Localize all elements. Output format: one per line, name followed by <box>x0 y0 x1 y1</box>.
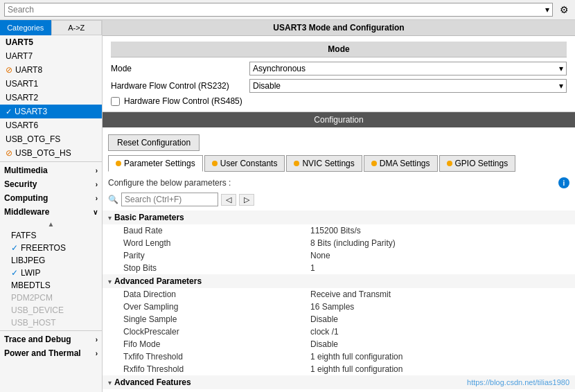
config-title: Configuration <box>103 112 575 127</box>
dropdown-arrow-icon2: ▾ <box>559 81 563 91</box>
sidebar-group-middleware[interactable]: Middleware ∨ <box>0 205 102 219</box>
sidebar-list: UART5 UART7 ⊘UART8 USART1 USART2 ✓USART3… <box>0 35 102 392</box>
collapse-icon1: ▾ <box>108 214 112 222</box>
sidebar-item-lwip[interactable]: LWIP <box>6 267 102 279</box>
search-input[interactable] <box>8 5 545 15</box>
parameter-tabs: Parameter Settings User Constants NVIC S… <box>103 155 575 175</box>
param-parity-label: Parity <box>103 251 310 260</box>
param-clockprescaler: ClockPrescaler clock /1 <box>103 326 575 338</box>
divider1 <box>0 161 102 162</box>
crossed-icon2: ⊘ <box>6 148 12 158</box>
tab-nvic-settings[interactable]: NVIC Settings <box>286 155 362 172</box>
middleware-items: FATFS FREERTOS LIBJPEG LWIP MBEDTLS PDM2… <box>0 229 102 329</box>
group-advanced-parameters[interactable]: ▾ Advanced Parameters <box>103 274 575 288</box>
param-single-sample-label: Single Sample <box>103 314 310 324</box>
tab-dma-settings[interactable]: DMA Settings <box>364 155 438 172</box>
tab-categories[interactable]: Categories <box>0 20 51 35</box>
dot-icon4 <box>371 161 377 166</box>
sidebar-item-uart5[interactable]: UART5 <box>0 35 102 49</box>
reset-configuration-button[interactable]: Reset Configuration <box>108 134 200 151</box>
sidebar: Categories A->Z UART5 UART7 ⊘UART8 USART… <box>0 20 103 392</box>
tab-az[interactable]: A->Z <box>51 20 103 35</box>
sidebar-item-freertos[interactable]: FREERTOS <box>6 242 102 254</box>
param-single-sample: Single Sample Disable <box>103 313 575 326</box>
sidebar-item-usart3[interactable]: ✓USART3 <box>0 105 102 118</box>
info-icon: i <box>558 177 569 188</box>
page-title: USART3 Mode and Configuration <box>103 20 575 36</box>
sidebar-item-uart7[interactable]: UART7 <box>0 49 102 63</box>
param-stop-bits-label: Stop Bits <box>103 263 310 273</box>
param-clockprescaler-label: ClockPrescaler <box>103 327 310 337</box>
param-clockprescaler-value: clock /1 <box>310 327 575 337</box>
tab-parameter-settings[interactable]: Parameter Settings <box>108 155 203 172</box>
search-param-input[interactable] <box>121 193 218 206</box>
group-advanced-features-label: Advanced Features <box>114 377 191 387</box>
sidebar-tabs: Categories A->Z <box>0 20 102 35</box>
arrow-icon2: › <box>96 181 98 188</box>
group-basic-parameters[interactable]: ▾ Basic Parameters <box>103 211 575 224</box>
content-area: USART3 Mode and Configuration Mode Mode … <box>103 20 575 392</box>
hwflow-rs485-checkbox[interactable] <box>111 97 120 106</box>
search-dropdown-icon: ▾ <box>545 5 549 15</box>
mode-row-hwflow-rs485: Hardware Flow Control (RS485) <box>111 96 567 106</box>
mode-select-asynchronous[interactable]: Asynchronous ▾ <box>249 62 567 75</box>
sidebar-item-pdm2pcm: PDM2PCM <box>6 292 102 304</box>
hwflow-rs485-label: Hardware Flow Control (RS485) <box>124 96 242 106</box>
sidebar-item-usb-otg-hs[interactable]: ⊘USB_OTG_HS <box>0 146 102 160</box>
sidebar-item-usb-otg-fs[interactable]: USB_OTG_FS <box>0 132 102 146</box>
sidebar-item-usb-host: USB_HOST <box>6 317 102 329</box>
sidebar-item-uart8[interactable]: ⊘UART8 <box>0 63 102 77</box>
sidebar-item-libjpeg[interactable]: LIBJPEG <box>6 254 102 267</box>
param-single-sample-value: Disable <box>310 314 575 324</box>
arrow-icon5: › <box>96 336 98 344</box>
arrow-icon3: › <box>96 195 98 202</box>
hwflow-rs232-label: Hardware Flow Control (RS232) <box>111 81 249 91</box>
gear-button[interactable]: ⚙ <box>557 3 571 17</box>
group-basic-parameters-label: Basic Parameters <box>114 213 184 222</box>
scroll-up-indicator[interactable]: ▲ <box>0 219 102 229</box>
sidebar-item-usart2[interactable]: USART2 <box>0 91 102 105</box>
param-fifo-mode-label: Fifo Mode <box>103 339 310 349</box>
sidebar-item-usart1[interactable]: USART1 <box>0 77 102 91</box>
param-parity: Parity None <box>103 249 575 262</box>
search-next-button[interactable]: ▷ <box>239 194 254 206</box>
tab-gpio-settings[interactable]: GPIO Settings <box>439 155 516 172</box>
sidebar-item-mbedtls[interactable]: MBEDTLS <box>6 279 102 292</box>
param-over-sampling-label: Over Sampling <box>103 302 310 312</box>
crossed-icon: ⊘ <box>6 65 12 75</box>
param-txfifo-threshold: Txfifo Threshold 1 eighth full configura… <box>103 350 575 363</box>
sidebar-group-multimedia[interactable]: Multimedia › <box>0 163 102 177</box>
param-word-length: Word Length 8 Bits (including Parity) <box>103 237 575 249</box>
param-txfifo-threshold-label: Txfifo Threshold <box>103 352 310 362</box>
collapse-icon3: ▾ <box>108 379 112 386</box>
param-rxfifo-threshold: Rxfifo Threshold 1 eighth full configura… <box>103 363 575 375</box>
search-box[interactable]: ▾ <box>4 3 553 17</box>
param-stop-bits-value: 1 <box>310 263 575 273</box>
sidebar-group-computing[interactable]: Computing › <box>0 191 102 205</box>
mode-section: Mode Mode Asynchronous ▾ Hardware Flow C… <box>103 36 575 112</box>
arrow-icon4: ∨ <box>93 208 98 216</box>
param-baud-rate-label: Baud Rate <box>103 226 310 235</box>
search-prev-button[interactable]: ◁ <box>221 194 236 206</box>
param-rxfifo-threshold-label: Rxfifo Threshold <box>103 364 310 374</box>
sidebar-group-security[interactable]: Security › <box>0 177 102 191</box>
sidebar-group-trace[interactable]: Trace and Debug › <box>0 332 102 346</box>
sidebar-item-usart6[interactable]: USART6 <box>0 118 102 132</box>
top-bar: ▾ ⚙ <box>0 0 575 20</box>
config-controls: Reset Configuration Parameter Settings U… <box>103 127 575 211</box>
param-baud-rate-value: 115200 Bits/s <box>310 226 575 235</box>
param-over-sampling-value: 16 Samples <box>310 302 575 312</box>
sidebar-item-fatfs[interactable]: FATFS <box>6 229 102 242</box>
group-advanced-features[interactable]: ▾ Advanced Features <box>103 375 575 389</box>
config-section: Configuration Reset Configuration Parame… <box>103 112 575 392</box>
dot-icon3 <box>294 161 299 166</box>
arrow-icon6: › <box>96 350 98 357</box>
hwflow-rs232-select[interactable]: Disable ▾ <box>249 79 567 93</box>
param-fifo-mode: Fifo Mode Disable <box>103 338 575 350</box>
tab-user-constants[interactable]: User Constants <box>204 155 285 172</box>
mode-row-hwflow-rs232: Hardware Flow Control (RS232) Disable ▾ <box>111 79 567 93</box>
param-data-direction: Data Direction Receive and Transmit <box>103 288 575 301</box>
sidebar-group-power[interactable]: Power and Thermal › <box>0 346 102 360</box>
collapse-icon2: ▾ <box>108 278 112 285</box>
param-info-bar: Configure the below parameters : i <box>103 175 575 191</box>
